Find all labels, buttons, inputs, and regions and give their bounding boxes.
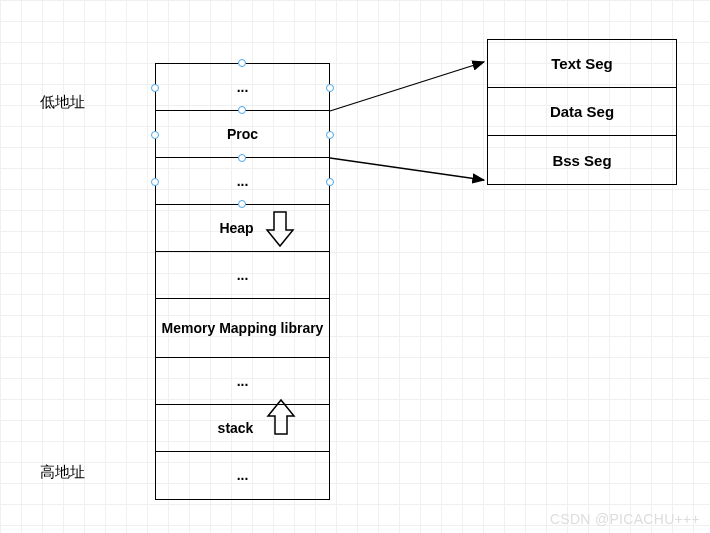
svg-line-1: [330, 62, 484, 111]
selection-handle-icon: [238, 154, 246, 162]
heap-label: Heap: [219, 219, 253, 237]
mem-row-ellipsis-bottom: ...: [156, 452, 329, 499]
seg-row-data: Data Seg: [488, 88, 676, 136]
mem-row-ellipsis-2: ...: [156, 158, 329, 205]
low-address-label: 低地址: [40, 93, 85, 112]
stack-label: stack: [218, 419, 254, 437]
mem-row-mmap: Memory Mapping library: [156, 299, 329, 358]
selection-handle-icon: [238, 200, 246, 208]
mem-row-heap: Heap: [156, 205, 329, 252]
selection-handle-icon: [151, 131, 159, 139]
segment-table: Text Seg Data Seg Bss Seg: [487, 39, 677, 185]
mem-row-proc: Proc: [156, 111, 329, 158]
seg-row-text: Text Seg: [488, 40, 676, 88]
selection-handle-icon: [151, 84, 159, 92]
selection-handle-icon: [326, 131, 334, 139]
high-address-label: 高地址: [40, 463, 85, 482]
selection-handle-icon: [326, 178, 334, 186]
selection-handle-icon: [151, 178, 159, 186]
mem-row-stack: stack: [156, 405, 329, 452]
memory-layout-table: ... Proc ... Heap ... Memory Mapping lib…: [155, 63, 330, 500]
heap-down-arrow-icon: [265, 210, 295, 248]
svg-line-2: [330, 158, 484, 180]
mem-row-ellipsis-top: ...: [156, 64, 329, 111]
mem-row-ellipsis-4: ...: [156, 358, 329, 405]
selection-handle-icon: [238, 106, 246, 114]
mem-row-ellipsis-3: ...: [156, 252, 329, 299]
seg-row-bss: Bss Seg: [488, 136, 676, 184]
stack-up-arrow-icon: [266, 398, 296, 436]
selection-handle-icon: [238, 59, 246, 67]
watermark-text: CSDN @PICACHU+++: [550, 511, 700, 527]
selection-handle-icon: [326, 84, 334, 92]
